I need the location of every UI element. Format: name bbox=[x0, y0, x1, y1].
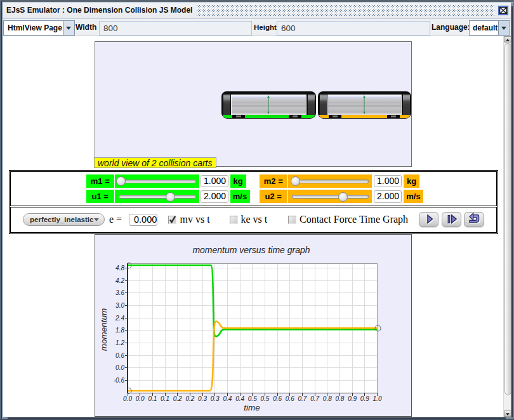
svg-text:0.3: 0.3 bbox=[211, 395, 220, 402]
svg-text:0.2: 0.2 bbox=[173, 395, 182, 402]
svg-text:0.1: 0.1 bbox=[148, 395, 157, 402]
svg-text:0.8: 0.8 bbox=[336, 395, 345, 402]
svg-text:2.4: 2.4 bbox=[115, 315, 124, 322]
svg-text:0.2: 0.2 bbox=[185, 395, 194, 402]
svg-text:-0.6: -0.6 bbox=[114, 377, 125, 384]
svg-text:0.7: 0.7 bbox=[298, 395, 306, 402]
svg-text:0.4: 0.4 bbox=[223, 395, 232, 402]
svg-text:0.5: 0.5 bbox=[248, 395, 257, 402]
svg-text:0.6: 0.6 bbox=[286, 395, 294, 402]
svg-text:1.2: 1.2 bbox=[115, 339, 124, 346]
svg-text:0.1: 0.1 bbox=[161, 395, 169, 402]
svg-text:0.0: 0.0 bbox=[115, 364, 124, 371]
svg-text:0.6: 0.6 bbox=[115, 352, 124, 359]
svg-text:0.7: 0.7 bbox=[310, 395, 319, 402]
svg-text:0.9: 0.9 bbox=[348, 395, 357, 402]
svg-text:1.8: 1.8 bbox=[115, 327, 124, 334]
svg-text:0.6: 0.6 bbox=[273, 395, 282, 402]
svg-text:time: time bbox=[244, 403, 260, 412]
svg-text:3.6: 3.6 bbox=[115, 289, 124, 296]
svg-text:momentum: momentum bbox=[99, 308, 109, 351]
svg-text:momentum versus time graph: momentum versus time graph bbox=[192, 245, 310, 255]
svg-text:0.0: 0.0 bbox=[136, 395, 145, 402]
svg-text:0.4: 0.4 bbox=[235, 395, 244, 402]
svg-text:4.8: 4.8 bbox=[115, 265, 124, 272]
svg-text:3.0: 3.0 bbox=[115, 302, 124, 309]
svg-text:0.5: 0.5 bbox=[260, 395, 269, 402]
svg-text:0.9: 0.9 bbox=[360, 395, 369, 402]
svg-text:0.8: 0.8 bbox=[323, 395, 332, 402]
svg-text:1.0: 1.0 bbox=[373, 395, 382, 402]
svg-text:0.3: 0.3 bbox=[198, 395, 207, 402]
svg-text:0.0: 0.0 bbox=[123, 395, 132, 402]
svg-text:4.2: 4.2 bbox=[115, 277, 124, 284]
